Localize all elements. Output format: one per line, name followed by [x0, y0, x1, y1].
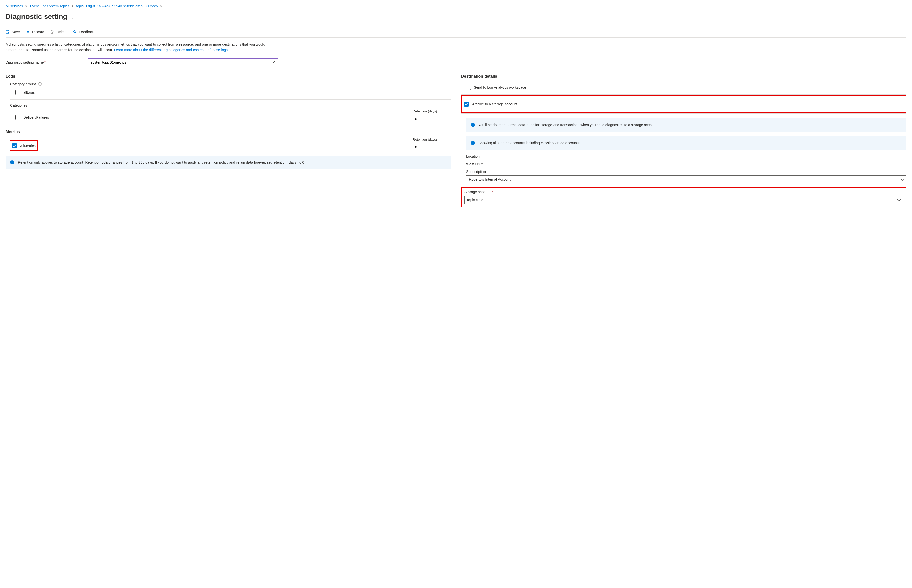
- delete-label: Delete: [56, 30, 66, 34]
- logs-retention-input[interactable]: [413, 115, 449, 123]
- allmetrics-highlight: AllMetrics: [10, 141, 38, 151]
- subscription-label: Subscription: [466, 170, 906, 174]
- destination-heading: Destination details: [461, 74, 906, 79]
- breadcrumb-link-1[interactable]: Event Grid System Topics: [30, 4, 69, 8]
- page-title: Diagnostic setting: [6, 13, 68, 21]
- chevron-right-icon: >: [72, 4, 74, 8]
- archive-checkbox[interactable]: [464, 102, 469, 107]
- retention-label: Retention (days): [413, 110, 449, 113]
- info-icon[interactable]: i: [38, 82, 42, 86]
- left-column: Logs Category groups i allLogs Categorie…: [6, 74, 451, 174]
- chevron-down-icon: [901, 177, 904, 181]
- archive-label: Archive to a storage account: [472, 102, 517, 106]
- subscription-block: Subscription Roberto's Internal Account: [466, 170, 906, 183]
- diagnostic-name-input[interactable]: [88, 58, 278, 66]
- categories-label: Categories: [10, 103, 451, 107]
- chevron-right-icon: >: [160, 4, 162, 8]
- deliveryfailures-row: DeliveryFailures: [15, 114, 49, 121]
- save-icon: [6, 30, 10, 34]
- storage-block: Storage account * topic01stg: [464, 190, 903, 204]
- storage-label: Storage account *: [464, 190, 903, 194]
- more-icon[interactable]: ···: [71, 15, 78, 21]
- breadcrumb-link-2[interactable]: topic01stg-811a624a-8a77-437e-89de-dfeb5…: [76, 4, 158, 8]
- subscription-select[interactable]: Roberto's Internal Account: [466, 175, 906, 183]
- close-icon: [26, 30, 30, 34]
- retention-label: Retention (days): [413, 138, 449, 142]
- info-icon: i: [10, 160, 14, 164]
- storage-value: topic01stg: [467, 198, 483, 202]
- description-text: A diagnostic setting specifies a list of…: [6, 42, 273, 53]
- send-la-checkbox[interactable]: [466, 85, 471, 90]
- metrics-retention-input[interactable]: [413, 143, 449, 151]
- breadcrumb: All services > Event Grid System Topics …: [6, 4, 906, 8]
- send-la-label: Send to Log Analytics workspace: [474, 85, 526, 89]
- retention-info-panel: i Retention only applies to storage acco…: [6, 156, 451, 169]
- alllogs-checkbox[interactable]: [15, 90, 20, 95]
- divider: [461, 94, 906, 95]
- save-button[interactable]: Save: [6, 30, 20, 34]
- deliveryfailures-checkbox[interactable]: [15, 115, 20, 120]
- delete-button: Delete: [50, 30, 66, 34]
- name-label: Diagnostic setting name*: [6, 60, 82, 65]
- deliveryfailures-label: DeliveryFailures: [23, 115, 49, 120]
- allmetrics-label: AllMetrics: [20, 144, 36, 148]
- save-label: Save: [12, 30, 20, 34]
- location-value: West US 2: [466, 162, 906, 166]
- allmetrics-row: AllMetrics: [12, 142, 36, 149]
- category-groups-label: Category groups i: [10, 82, 451, 86]
- metrics-heading: Metrics: [6, 129, 451, 134]
- archive-row: Archive to a storage account: [464, 99, 904, 109]
- subscription-value: Roberto's Internal Account: [469, 177, 511, 181]
- divider: [461, 113, 906, 114]
- send-la-row: Send to Log Analytics workspace: [466, 82, 906, 92]
- showing-info-panel: i Showing all storage accounts including…: [466, 136, 906, 150]
- svg-point-2: [74, 31, 75, 32]
- location-block: Location: [466, 154, 906, 158]
- breadcrumb-link-0[interactable]: All services: [6, 4, 23, 8]
- location-label: Location: [466, 154, 906, 158]
- name-row: Diagnostic setting name*: [6, 58, 278, 66]
- showing-info-text: Showing all storage accounts including c…: [478, 141, 580, 146]
- info-icon: i: [471, 123, 475, 127]
- charge-info-panel: i You'll be charged normal data rates fo…: [466, 118, 906, 132]
- feedback-label: Feedback: [79, 30, 94, 34]
- storage-select[interactable]: topic01stg: [464, 196, 903, 204]
- trash-icon: [50, 30, 54, 34]
- alllogs-label: allLogs: [23, 90, 35, 94]
- toolbar: Save Discard Delete Feedback: [6, 30, 906, 38]
- charge-info-text: You'll be charged normal data rates for …: [478, 123, 658, 128]
- feedback-icon: [73, 30, 77, 34]
- logs-heading: Logs: [6, 74, 451, 79]
- allmetrics-checkbox[interactable]: [12, 143, 17, 148]
- chevron-down-icon: [897, 198, 901, 201]
- archive-highlight: Archive to a storage account: [461, 95, 906, 113]
- storage-highlight: Storage account * topic01stg: [461, 187, 906, 207]
- learn-more-link[interactable]: Learn more about the different log categ…: [114, 48, 228, 52]
- discard-button[interactable]: Discard: [26, 30, 44, 34]
- alllogs-row: allLogs: [15, 89, 451, 96]
- chevron-right-icon: >: [26, 4, 28, 8]
- info-icon: i: [471, 141, 475, 145]
- discard-label: Discard: [32, 30, 44, 34]
- feedback-button[interactable]: Feedback: [73, 30, 94, 34]
- retention-info-text: Retention only applies to storage accoun…: [18, 160, 305, 165]
- right-column: Destination details Send to Log Analytic…: [461, 74, 906, 207]
